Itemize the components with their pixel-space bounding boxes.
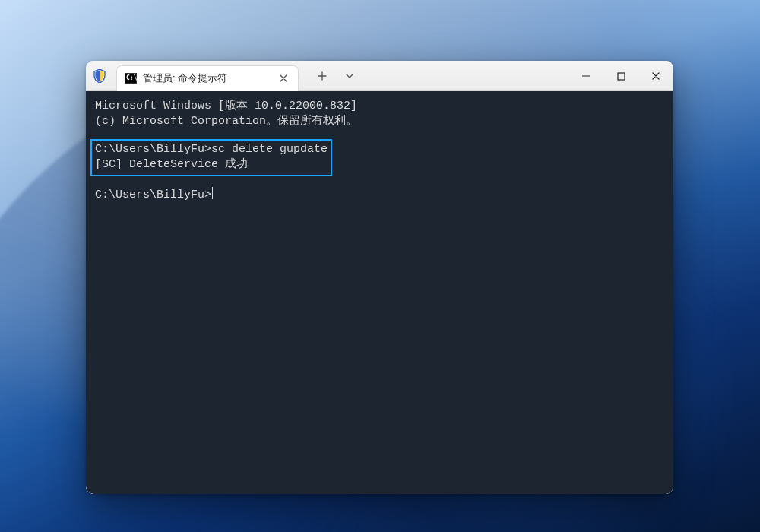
tab-title: 管理员: 命令提示符 <box>143 71 227 85</box>
banner-line-1: Microsoft Windows [版本 10.0.22000.832] <box>95 99 664 114</box>
maximize-button[interactable] <box>603 61 638 91</box>
banner-line-2: (c) Microsoft Corporation。保留所有权利。 <box>95 114 664 129</box>
command-result: [SC] DeleteService 成功 <box>95 157 328 173</box>
minimize-button[interactable] <box>568 61 603 91</box>
shield-icon <box>93 69 106 83</box>
command-line-1: C:\Users\BillyFu>sc delete gupdate <box>95 142 328 157</box>
highlighted-command-block: C:\Users\BillyFu>sc delete gupdate [SC] … <box>90 139 332 177</box>
text-cursor <box>212 187 213 199</box>
prompt-text: C:\Users\BillyFu> <box>95 188 211 201</box>
terminal-body[interactable]: Microsoft Windows [版本 10.0.22000.832] (c… <box>86 91 673 494</box>
titlebar-left: 管理员: 命令提示符 <box>86 61 363 90</box>
tab-close-button[interactable] <box>275 70 292 87</box>
terminal-window: 管理员: 命令提示符 <box>86 61 673 494</box>
tab-strip-actions <box>305 65 363 87</box>
cmd-icon <box>125 73 137 84</box>
new-tab-button[interactable] <box>309 65 335 87</box>
current-prompt-line: C:\Users\BillyFu> <box>95 187 664 203</box>
command-text: sc delete gupdate <box>211 143 328 156</box>
prompt-text: C:\Users\BillyFu> <box>95 143 211 156</box>
titlebar[interactable]: 管理员: 命令提示符 <box>86 61 673 91</box>
close-button[interactable] <box>638 61 673 91</box>
tab-active[interactable]: 管理员: 命令提示符 <box>116 65 299 91</box>
tab-dropdown-button[interactable] <box>337 65 363 87</box>
svg-rect-0 <box>618 73 625 80</box>
window-controls <box>568 61 673 90</box>
